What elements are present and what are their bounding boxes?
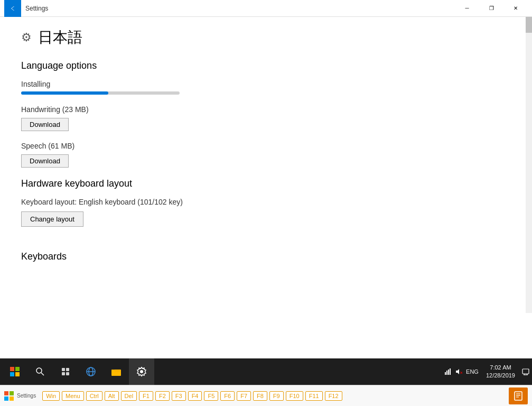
language-options-title: Language options <box>21 60 511 71</box>
vkb-key-f9[interactable]: F9 <box>269 391 284 401</box>
vkb-key-f5[interactable]: F5 <box>204 391 218 401</box>
window-title: Settings <box>25 5 455 12</box>
svg-rect-9 <box>62 372 65 375</box>
page-title: 日本語 <box>38 27 82 48</box>
speech-label: Speech (61 MB) <box>21 142 511 150</box>
svg-rect-29 <box>10 396 14 401</box>
svg-marker-0 <box>11 6 14 11</box>
volume-tray-icon[interactable]: ✕ <box>454 367 463 376</box>
keyboards-section-title: Keyboards <box>21 251 511 262</box>
page-header: ⚙ 日本語 <box>21 27 511 48</box>
handwriting-item: Handwriting (23 MB) Download <box>21 105 511 131</box>
search-taskbar-button[interactable] <box>27 358 53 385</box>
handwriting-download-button[interactable]: Download <box>21 118 69 131</box>
vkb-window-title: Settings <box>17 393 36 399</box>
speech-download-button[interactable]: Download <box>21 154 69 168</box>
svg-rect-8 <box>66 368 69 371</box>
svg-rect-27 <box>10 391 14 395</box>
ie-taskbar-icon[interactable] <box>78 358 104 385</box>
svg-marker-20 <box>456 369 459 374</box>
taskbar-date: 12/28/2019 <box>486 372 515 380</box>
svg-rect-10 <box>66 372 69 375</box>
svg-point-5 <box>36 368 42 373</box>
vkb-key-ctrl[interactable]: Ctrl <box>86 391 102 401</box>
progress-bar-container <box>21 91 180 95</box>
back-button[interactable] <box>4 0 21 17</box>
taskbar: ✕ ENG 7:02 AM 12/28/2019 <box>0 358 532 385</box>
vkb-start-area: Settings <box>4 391 36 401</box>
taskbar-clock[interactable]: 7:02 AM 12/28/2019 <box>482 364 519 380</box>
vkb-note-icon[interactable] <box>509 387 528 404</box>
window-controls: ─ ❐ ✕ <box>455 0 528 17</box>
vkb-key-f7[interactable]: F7 <box>237 391 251 401</box>
start-button[interactable] <box>2 358 27 385</box>
taskbar-time: 7:02 AM <box>486 364 515 372</box>
vkb-key-f8[interactable]: F8 <box>253 391 267 401</box>
svg-rect-26 <box>4 391 8 395</box>
keyboard-layout-info: Keyboard layout: English keyboard (101/1… <box>21 198 511 206</box>
vkb-key-f12[interactable]: F12 <box>325 391 342 401</box>
vkb-key-win[interactable]: Win <box>42 391 60 401</box>
svg-rect-3 <box>10 372 14 376</box>
svg-text:✕: ✕ <box>460 371 462 375</box>
vkb-key-alt[interactable]: Alt <box>105 391 119 401</box>
settings-icon: ⚙ <box>21 31 32 44</box>
system-tray: ✕ ENG 7:02 AM 12/28/2019 <box>444 364 530 380</box>
svg-rect-1 <box>10 367 14 371</box>
title-bar: Settings ─ ❐ ✕ <box>0 0 532 17</box>
vkb-key-f2[interactable]: F2 <box>155 391 170 401</box>
svg-rect-2 <box>15 367 20 371</box>
main-content: ⚙ 日本語 Language options Installing Handwr… <box>0 17 532 358</box>
vkb-key-f10[interactable]: F10 <box>286 391 303 401</box>
change-layout-button[interactable]: Change layout <box>21 211 83 227</box>
vkb-key-f1[interactable]: F1 <box>139 391 153 401</box>
svg-rect-7 <box>62 368 65 371</box>
file-explorer-taskbar-icon[interactable] <box>104 358 129 385</box>
vkb-keys-container: WinMenuCtrlAltDelF1F2F3F4F5F6F7F8F9F10F1… <box>42 391 342 401</box>
vkb-key-f11[interactable]: F11 <box>305 391 323 401</box>
svg-rect-28 <box>4 396 8 401</box>
task-view-button[interactable] <box>53 358 78 385</box>
maximize-button[interactable]: ❐ <box>479 0 503 17</box>
virtual-keyboard-bar: Settings WinMenuCtrlAltDelF1F2F3F4F5F6F7… <box>0 385 532 406</box>
svg-point-15 <box>140 370 143 373</box>
svg-line-6 <box>41 373 44 375</box>
minimize-button[interactable]: ─ <box>455 0 479 17</box>
svg-rect-22 <box>522 369 529 374</box>
installing-label: Installing <box>21 80 511 88</box>
vkb-key-f3[interactable]: F3 <box>172 391 186 401</box>
svg-rect-30 <box>515 392 522 400</box>
svg-rect-18 <box>448 370 449 375</box>
vkb-key-f4[interactable]: F4 <box>188 391 202 401</box>
progress-bar-fill <box>21 91 108 95</box>
installing-section: Installing <box>21 80 511 95</box>
network-tray-icon[interactable] <box>444 367 452 376</box>
settings-taskbar-icon[interactable] <box>129 358 154 385</box>
handwriting-label: Handwriting (23 MB) <box>21 105 511 114</box>
vkb-key-del[interactable]: Del <box>121 391 137 401</box>
close-button[interactable]: ✕ <box>503 0 528 17</box>
vkb-key-menu[interactable]: Menu <box>62 391 84 401</box>
hardware-keyboard-title: Hardware keyboard layout <box>21 178 511 189</box>
vkb-key-f6[interactable]: F6 <box>220 391 235 401</box>
notification-tray-icon[interactable] <box>521 367 530 376</box>
svg-rect-4 <box>15 372 20 376</box>
svg-rect-16 <box>445 372 446 375</box>
svg-rect-19 <box>450 368 451 375</box>
svg-rect-14 <box>111 370 121 376</box>
svg-rect-17 <box>446 371 447 375</box>
language-tray-indicator[interactable]: ENG <box>465 367 480 376</box>
speech-item: Speech (61 MB) Download <box>21 142 511 168</box>
